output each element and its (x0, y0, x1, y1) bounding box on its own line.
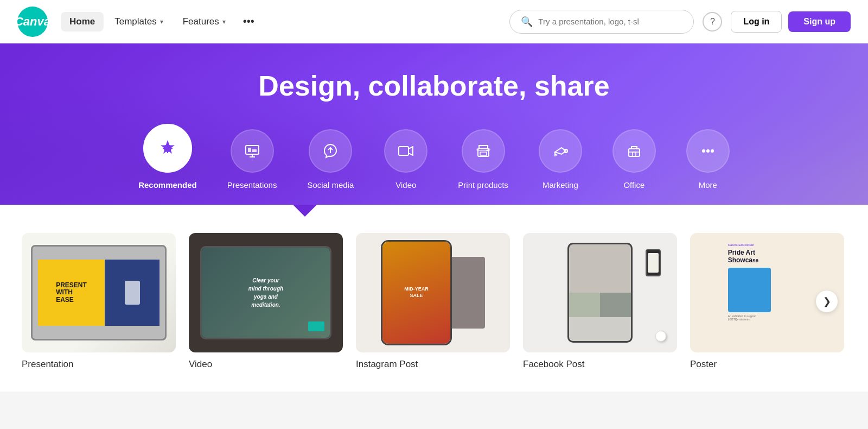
nav-home[interactable]: Home (61, 12, 104, 31)
templates-chevron-icon: ▾ (160, 18, 163, 26)
template-thumb-facebook (523, 233, 677, 352)
recommended-label: Recommended (138, 180, 197, 190)
login-button[interactable]: Log in (731, 11, 782, 33)
category-presentations[interactable]: Presentations (212, 129, 292, 205)
svg-point-17 (702, 149, 705, 153)
template-thumb-presentation: PRESENTWITHEASE (22, 233, 176, 352)
help-icon: ? (710, 17, 715, 27)
templates-row: PRESENTWITHEASE Presentation (22, 233, 846, 370)
template-label-poster: Poster (690, 359, 717, 369)
template-card-presentation[interactable]: PRESENTWITHEASE Presentation (22, 233, 176, 370)
hero-title: Design, collaborate, share (0, 70, 868, 102)
features-chevron-icon: ▾ (222, 18, 226, 26)
template-thumb-instagram: MID-YEARSALE (356, 233, 510, 352)
nav-more-dots[interactable]: ••• (237, 11, 261, 32)
logo-text: Canva (15, 15, 50, 29)
active-indicator (0, 205, 868, 216)
search-input[interactable] (538, 17, 682, 26)
category-print-products[interactable]: Print products (443, 129, 524, 205)
template-card-video[interactable]: Clear yourmind throughyoga andmeditation… (189, 233, 343, 370)
svg-rect-7 (399, 147, 409, 155)
office-label: Office (623, 180, 644, 190)
svg-rect-16 (633, 152, 636, 156)
signup-button[interactable]: Sign up (788, 11, 851, 32)
triangle-icon (293, 205, 317, 217)
next-arrow-icon: ❯ (823, 295, 831, 307)
print-products-label: Print products (458, 180, 508, 190)
canva-logo[interactable]: Canva (17, 7, 48, 37)
template-label-presentation: Presentation (22, 359, 73, 369)
template-card-facebook[interactable]: Facebook Post (523, 233, 677, 370)
svg-rect-2 (248, 148, 251, 152)
templates-grid: PRESENTWITHEASE Presentation (22, 233, 846, 370)
presentations-icon (231, 129, 274, 173)
nav-templates-label: Templates (114, 16, 156, 27)
template-thumb-video: Clear yourmind throughyoga andmeditation… (189, 233, 343, 352)
nav-templates[interactable]: Templates ▾ (106, 12, 171, 31)
social-media-icon (309, 129, 352, 173)
category-video[interactable]: Video (369, 129, 443, 205)
help-button[interactable]: ? (703, 12, 722, 31)
templates-section: PRESENTWITHEASE Presentation (0, 216, 868, 392)
office-icon (612, 129, 656, 173)
category-office[interactable]: Office (597, 129, 671, 205)
svg-point-18 (706, 149, 710, 153)
more-icon (686, 129, 730, 173)
marketing-label: Marketing (542, 180, 578, 190)
category-recommended[interactable]: Recommended (123, 124, 212, 205)
hero-categories: Recommended Presentations (0, 124, 868, 205)
nav-home-label: Home (69, 16, 95, 27)
print-products-icon (462, 129, 505, 173)
video-label: Video (395, 180, 416, 190)
next-arrow-button[interactable]: ❯ (816, 291, 838, 312)
hero-banner: Design, collaborate, share Recommended (0, 43, 868, 205)
svg-rect-11 (477, 149, 490, 150)
category-more[interactable]: More (671, 129, 745, 205)
navbar: Canva Home Templates ▾ Features ▾ ••• 🔍 … (0, 0, 868, 43)
search-bar[interactable]: 🔍 (509, 10, 694, 34)
presentations-label: Presentations (227, 180, 277, 190)
social-media-label: Social media (307, 180, 354, 190)
nav-features-label: Features (183, 16, 219, 27)
svg-point-19 (711, 149, 714, 153)
template-card-instagram[interactable]: MID-YEARSALE Instagram Post (356, 233, 510, 370)
recommended-icon (143, 124, 192, 173)
category-marketing[interactable]: Marketing (524, 129, 597, 205)
svg-rect-14 (629, 149, 640, 156)
marketing-icon (539, 129, 582, 173)
category-social-media[interactable]: Social media (292, 129, 369, 205)
more-label: More (699, 180, 717, 190)
video-icon (384, 129, 427, 173)
nav-features[interactable]: Features ▾ (174, 12, 234, 31)
search-icon: 🔍 (521, 16, 533, 28)
svg-rect-3 (252, 149, 257, 152)
svg-rect-9 (480, 152, 487, 155)
template-label-video: Video (189, 359, 212, 369)
template-label-instagram: Instagram Post (356, 359, 418, 369)
nav-items: Home Templates ▾ Features ▾ ••• (61, 11, 261, 32)
template-label-facebook: Facebook Post (523, 359, 584, 369)
